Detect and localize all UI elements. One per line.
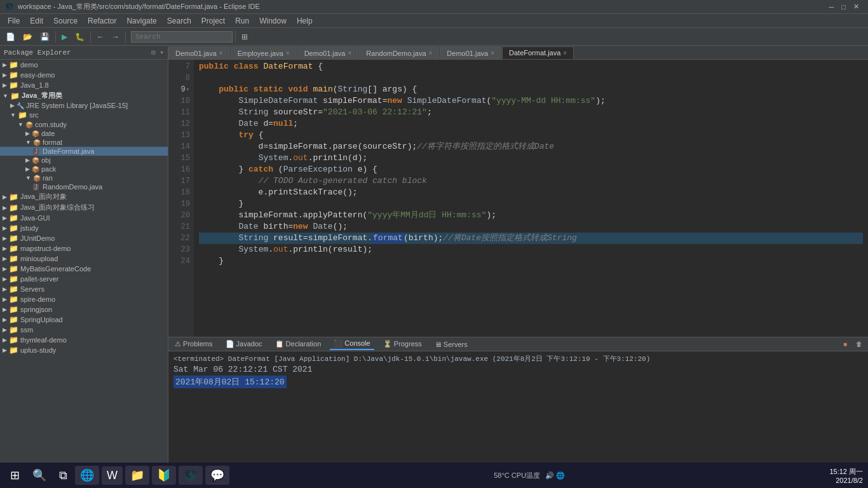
tree-item-oop2[interactable]: ▶ 📁 Java_面向对象综合练习 [0,202,168,213]
tree-item-mapstruct[interactable]: ▶ 📁 mapstruct-demo [0,243,168,254]
menu-run[interactable]: Run [230,17,254,25]
toolbar-back[interactable]: ← [93,30,107,43]
toolbar-run[interactable]: ▶ [58,30,71,43]
tree-item-demo[interactable]: ▶ 📁 demo [0,60,168,70]
maximize-btn[interactable]: □ [837,3,850,11]
tree-item-mybatis[interactable]: ▶ 📁 MyBatisGenerateCode [0,264,168,274]
menu-source[interactable]: Source [48,17,83,25]
taskbar-apps[interactable]: 🔰 [152,466,176,485]
tab-label: Demo01.java [304,50,346,57]
tree-item-java-common[interactable]: ▼ 📁 Java_常用类 [0,90,168,101]
tree-item-src[interactable]: ▼ 📁 src [0,110,168,120]
tree-item-minio[interactable]: ▶ 📁 minioupload [0,254,168,264]
tree-item-uplus[interactable]: ▶ 📁 uplus-study [0,345,168,355]
tree-item-junit[interactable]: ▶ 📁 JUnitDemo [0,233,168,243]
toolbar-perspective[interactable]: ⊞ [238,30,251,43]
toolbar-debug[interactable]: 🐛 [72,30,88,43]
tree-item-springjson[interactable]: ▶ 📁 springjson [0,304,168,315]
console-tab-problems[interactable]: ⚠ Problems [171,339,217,349]
tree-label: obj [41,156,51,164]
code-editor[interactable]: 7 8 9◦ 10 11 12 13 14 15 16 17 18 19 20 … [168,60,868,337]
taskbar-chat[interactable]: 💬 [205,466,229,485]
pe-tree[interactable]: ▶ 📁 demo ▶ 📁 easy-demo ▶ 📁 Java_1.8 [0,60,168,474]
tab-demo01-1[interactable]: Demo01.java × [168,46,230,59]
menu-search[interactable]: Search [162,17,196,25]
tree-expand-icon: ▶ [3,235,7,241]
toolbar-new[interactable]: 📄 [3,30,18,43]
toolbar-save[interactable]: 💾 [37,30,53,43]
tree-item-easy-demo[interactable]: ▶ 📁 easy-demo [0,70,168,80]
tree-item-thymleaf[interactable]: ▶ 📁 thymleaf-demo [0,335,168,345]
console-stop-btn[interactable]: ■ [840,339,850,349]
tree-item-oop[interactable]: ▶ 📁 Java_面向对象 [0,191,168,202]
console-clear-btn[interactable]: 🗑 [853,339,865,349]
tab-close-icon[interactable]: × [491,50,494,57]
tree-label: pallet-server [20,275,59,283]
code-content[interactable]: public class DateFormat { public static … [194,60,868,337]
taskbar-chrome[interactable]: 🌐 [75,466,99,485]
line-num: 8 [168,72,190,84]
toolbar-open[interactable]: 📂 [20,30,36,43]
tab-close-icon[interactable]: × [563,50,567,57]
tab-close-icon[interactable]: × [219,50,223,57]
taskbar-wps[interactable]: W [102,466,123,485]
tab-demo01-2[interactable]: Demo01.java × [297,46,359,59]
tree-item-jre[interactable]: ▶ 🔧 JRE System Library [JavaSE-15] [0,101,168,110]
tab-employee[interactable]: Employee.java × [231,46,297,59]
taskbar-taskview[interactable]: ⧉ [54,466,72,485]
tree-expand-icon: ▼ [25,175,31,181]
tab-dateformat[interactable]: DateFormat.java × [502,46,574,59]
line-num: 23 [168,244,190,255]
taskbar-start[interactable]: ⊞ [5,466,25,485]
tab-close-icon[interactable]: × [286,50,290,57]
console-tab-declaration[interactable]: 📋 Declaration [271,339,325,349]
line-num: 14 [168,141,190,152]
tree-item-java18[interactable]: ▶ 📁 Java_1.8 [0,80,168,90]
console-output-1: Sat Mar 06 22:12:21 CST 2021 [173,365,863,374]
menu-window[interactable]: Window [254,17,292,25]
tree-item-java-gui[interactable]: ▶ 📁 Java-GUI [0,213,168,223]
menu-project[interactable]: Project [196,17,230,25]
tab-randomdemo[interactable]: RandomDemo.java × [359,46,439,59]
tree-item-randomdemo-java[interactable]: J RandomDemo.java [0,182,168,191]
toolbar-forward[interactable]: → [109,30,123,43]
tree-item-format[interactable]: ▼ 📦 format [0,138,168,147]
tree-item-servers[interactable]: ▶ 📁 Servers [0,284,168,294]
tree-label: Java_1.8 [20,81,49,89]
close-btn[interactable]: ✕ [850,3,863,11]
tree-item-pallet[interactable]: ▶ 📁 pallet-server [0,274,168,284]
menu-edit[interactable]: Edit [25,17,48,25]
taskbar-eclipse[interactable]: 🌑 [179,466,203,485]
tree-item-springupload[interactable]: ▶ 📁 SpringUpload [0,315,168,325]
tree-expand-icon: ▼ [10,112,16,118]
console-content: <terminated> DateFormat [Java Applicatio… [168,351,868,464]
taskbar-files[interactable]: 📁 [125,466,149,485]
tree-item-date[interactable]: ▶ 📦 date [0,129,168,138]
menu-file[interactable]: File [3,17,25,25]
tree-item-dateformat-java[interactable]: J DateFormat.java [0,147,168,156]
console-tab-console[interactable]: ⬛ Console [330,338,374,350]
code-line-20: simpleFormat.applyPattern("yyyy年MM月dd日 H… [199,210,863,221]
minimize-btn[interactable]: ─ [825,3,838,11]
tab-label: Demo01.java [175,50,217,57]
menu-help[interactable]: Help [292,17,318,25]
tab-close-icon[interactable]: × [429,50,433,57]
tree-item-ssm[interactable]: ▶ 📁 ssm [0,325,168,335]
tree-item-pack[interactable]: ▶ 📦 pack [0,165,168,173]
tree-item-obj[interactable]: ▶ 📦 obj [0,156,168,165]
console-tab-javadoc[interactable]: 📄 Javadoc [222,339,266,349]
search-input[interactable] [131,31,233,43]
tab-close-icon[interactable]: × [348,50,352,57]
tree-item-ran[interactable]: ▼ 📦 ran [0,173,168,182]
tree-item-jstudy[interactable]: ▶ 📁 jstudy [0,223,168,233]
code-line-18: e.printStackTrace(); [199,187,863,198]
menu-navigate[interactable]: Navigate [121,17,161,25]
console-tab-servers[interactable]: 🖥 Servers [431,339,471,349]
taskbar-search[interactable]: 🔍 [27,466,51,485]
tab-demo01-3[interactable]: Demo01.java × [440,46,501,59]
tree-item-spire[interactable]: ▶ 📁 spire-demo [0,294,168,304]
tree-item-com-study[interactable]: ▼ 📦 com.study [0,120,168,129]
tree-label: springjson [20,306,52,313]
menu-refactor[interactable]: Refactor [83,17,121,25]
console-tab-progress[interactable]: ⏳ Progress [379,339,426,349]
